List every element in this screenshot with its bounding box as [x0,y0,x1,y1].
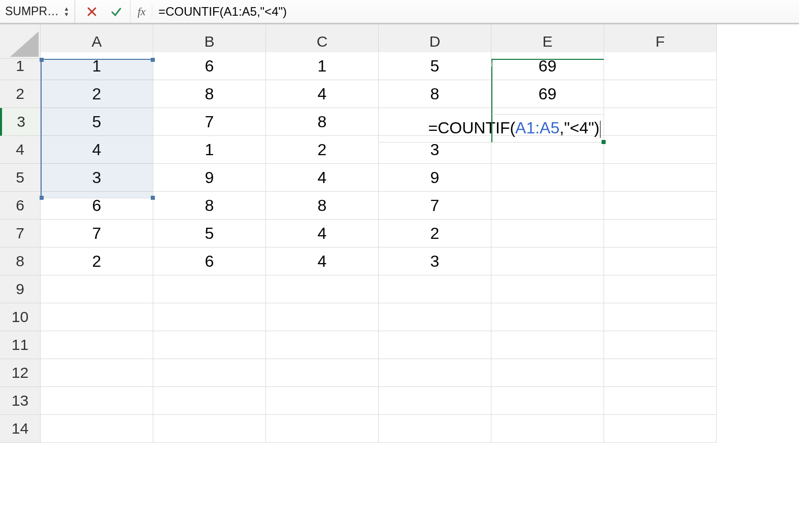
cell-D1[interactable]: 5 [379,52,491,80]
cell-F10[interactable] [604,303,717,331]
cell-D8[interactable]: 3 [379,247,491,275]
cell-D13[interactable] [379,387,491,415]
row-header-10[interactable]: 10 [0,303,41,331]
cell-F2[interactable] [604,80,717,108]
cell-E1[interactable]: 69 [491,52,604,80]
cell-E14[interactable] [491,415,604,443]
cell-A9[interactable] [41,275,153,303]
cell-A12[interactable] [41,359,153,387]
cell-C2[interactable]: 4 [266,80,379,108]
row-header-5[interactable]: 5 [0,164,41,192]
row-header-11[interactable]: 11 [0,331,41,359]
cell-E5[interactable] [491,164,604,192]
cell-C13[interactable] [266,387,379,415]
cell-A14[interactable] [41,415,153,443]
cell-C7[interactable]: 4 [266,220,379,247]
cell-A11[interactable] [41,331,153,359]
cell-A1[interactable]: 1 [41,52,153,80]
cell-F5[interactable] [604,164,717,192]
cell-D12[interactable] [379,359,491,387]
cell-B4[interactable]: 1 [153,136,266,164]
cell-A6[interactable]: 6 [41,192,153,220]
cell-A10[interactable] [41,303,153,331]
cell-D9[interactable] [379,275,491,303]
cell-A7[interactable]: 7 [41,220,153,247]
row-header-3[interactable]: 3 [0,108,41,136]
cell-F3[interactable] [604,108,717,136]
cell-E10[interactable] [491,303,604,331]
row-header-4[interactable]: 4 [0,136,41,164]
cell-B7[interactable]: 5 [153,220,266,247]
cell-A13[interactable] [41,387,153,415]
cell-B13[interactable] [153,387,266,415]
cell-editor[interactable]: =COUNTIF(A1:A5,"<4") [379,115,604,143]
name-box[interactable]: SUMPRO… ▲ ▼ [0,0,75,23]
cell-E8[interactable] [491,247,604,275]
cell-E9[interactable] [491,275,604,303]
row-header-13[interactable]: 13 [0,387,41,415]
cell-D14[interactable] [379,415,491,443]
cell-B10[interactable] [153,303,266,331]
cell-A3[interactable]: 5 [41,108,153,136]
cell-B8[interactable]: 6 [153,247,266,275]
cell-A5[interactable]: 3 [41,164,153,192]
cell-A8[interactable]: 2 [41,247,153,275]
cell-F14[interactable] [604,415,717,443]
accept-button[interactable] [110,5,123,18]
cell-C9[interactable] [266,275,379,303]
cell-E12[interactable] [491,359,604,387]
formula-input[interactable]: =COUNTIF(A1:A5,"<4") [152,5,799,19]
cell-F12[interactable] [604,359,717,387]
cell-E7[interactable] [491,220,604,247]
cell-B3[interactable]: 7 [153,108,266,136]
cell-D5[interactable]: 9 [379,164,491,192]
cell-D7[interactable]: 2 [379,220,491,247]
row-header-6[interactable]: 6 [0,192,41,220]
cell-C3[interactable]: 8 [266,108,379,136]
spreadsheet-grid[interactable]: A B C D E F 1 1 6 1 5 69 2 2 8 4 8 69 3 … [0,24,799,443]
row-header-7[interactable]: 7 [0,220,41,247]
row-header-14[interactable]: 14 [0,415,41,443]
cell-B1[interactable]: 6 [153,52,266,80]
cell-B11[interactable] [153,331,266,359]
cell-A4[interactable]: 4 [41,136,153,164]
fx-label[interactable]: fx [130,5,152,18]
cell-F1[interactable] [604,52,717,80]
cancel-button[interactable] [85,5,98,18]
cell-C10[interactable] [266,303,379,331]
row-header-12[interactable]: 12 [0,359,41,387]
cell-F11[interactable] [604,331,717,359]
row-header-8[interactable]: 8 [0,247,41,275]
cell-F6[interactable] [604,192,717,220]
cell-F4[interactable] [604,136,717,164]
cell-B14[interactable] [153,415,266,443]
cell-F13[interactable] [604,387,717,415]
cell-E11[interactable] [491,331,604,359]
cell-D6[interactable]: 7 [379,192,491,220]
cell-F8[interactable] [604,247,717,275]
cell-C12[interactable] [266,359,379,387]
cell-E13[interactable] [491,387,604,415]
cell-C6[interactable]: 8 [266,192,379,220]
cell-C4[interactable]: 2 [266,136,379,164]
cell-D10[interactable] [379,303,491,331]
cell-C14[interactable] [266,415,379,443]
cell-C1[interactable]: 1 [266,52,379,80]
cell-B9[interactable] [153,275,266,303]
row-header-2[interactable]: 2 [0,80,41,108]
cell-C5[interactable]: 4 [266,164,379,192]
cell-D2[interactable]: 8 [379,80,491,108]
cell-B5[interactable]: 9 [153,164,266,192]
cell-E6[interactable] [491,192,604,220]
cell-B2[interactable]: 8 [153,80,266,108]
select-all-corner[interactable] [0,24,41,59]
cell-F9[interactable] [604,275,717,303]
cell-F7[interactable] [604,220,717,247]
cell-D11[interactable] [379,331,491,359]
row-header-9[interactable]: 9 [0,275,41,303]
name-box-stepper[interactable]: ▲ ▼ [61,6,72,17]
cell-C8[interactable]: 4 [266,247,379,275]
cell-A2[interactable]: 2 [41,80,153,108]
cell-B12[interactable] [153,359,266,387]
cell-E2[interactable]: 69 [491,80,604,108]
